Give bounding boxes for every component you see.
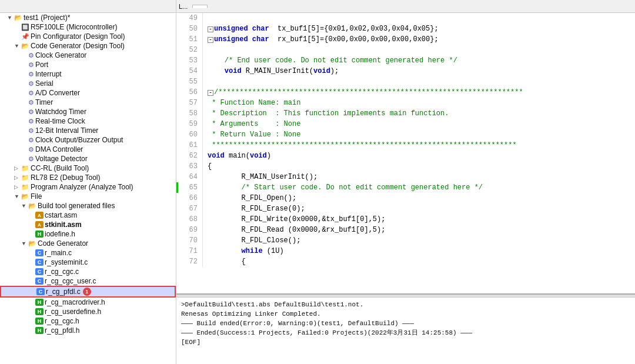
tree-item-code-generator-design[interactable]: ▼📂Code Generator (Design Tool) — [0, 41, 176, 51]
item-label: Watchdog Timer — [35, 108, 86, 116]
line-content: { — [202, 256, 634, 267]
item-icon: A — [35, 212, 44, 219]
tree-item-program-analyzer[interactable]: ▷📁Program Analyzer (Analyze Tool) — [0, 182, 176, 192]
tree-item-microcontroller[interactable]: 🔲R5F100LE (Microcontroller) — [0, 22, 176, 32]
line-content: * Function Name: main — [202, 98, 634, 108]
output-line: >DefaultBuild\test1.abs DefaultBuild\tes… — [181, 300, 630, 309]
toggle-icon[interactable]: ▼ — [14, 43, 21, 49]
tree-container: ▼📂test1 (Project)*🔲R5F100LE (Microcontro… — [0, 13, 176, 335]
tree-item-r-cg-cgc-h[interactable]: Hr_cg_cgc.h — [0, 316, 176, 326]
tree-item-ad-converter[interactable]: ⚙A/D Converter — [0, 88, 176, 98]
code-line: 72 { — [178, 256, 634, 267]
line-content: * Arguments : None — [202, 119, 634, 129]
line-content: -/**************************************… — [202, 87, 634, 98]
line-number: 58 — [178, 108, 203, 119]
item-icon: C — [35, 259, 44, 266]
tree-item-watchdog-timer[interactable]: ⚙Watchdog Timer — [0, 107, 176, 116]
editor-tabs: L... — [176, 0, 635, 13]
line-number: 49 — [178, 13, 203, 24]
code-line: 56-/************************************… — [178, 87, 634, 98]
item-label: r_cg_macrodriver.h — [45, 298, 105, 306]
line-number: 60 — [178, 129, 203, 140]
tree-item-r-cg-userdefine-h[interactable]: Hr_cg_userdefine.h — [0, 307, 176, 316]
tree-item-interrupt[interactable]: ⚙Interrupt — [0, 69, 176, 79]
line-number: 71 — [178, 246, 203, 256]
item-label: Timer — [35, 98, 53, 106]
item-icon: ⚙ — [28, 52, 34, 59]
tree-item-dma-controller[interactable]: ⚙DMA Controller — [0, 145, 176, 154]
item-icon: 📂 — [28, 202, 36, 210]
item-label: iodefine.h — [45, 230, 75, 238]
line-content — [202, 13, 634, 24]
item-icon: H — [35, 318, 44, 325]
output-line: ——— Build ended(Error:0, Warning:0)(test… — [181, 319, 630, 328]
tree-item-rl78-e2[interactable]: ▷📁RL78 E2 (Debug Tool) — [0, 173, 176, 182]
line-content: ****************************************… — [202, 140, 634, 151]
tree-item-r-systeminit-c[interactable]: Cr_systeminit.c — [0, 258, 176, 267]
code-line: 66 R_FDL_Open(); — [178, 193, 634, 203]
item-label: File — [31, 192, 42, 201]
line-content: while (1U) — [202, 246, 634, 256]
line-number: 57 — [178, 98, 203, 108]
tree-item-timer[interactable]: ⚙Timer — [0, 98, 176, 107]
line-content: * Return Value : None — [202, 129, 634, 140]
code-line: 69 R_FDL_Read (0x0000,&rx_buf1[0],5); — [178, 225, 634, 235]
line-number: 68 — [178, 214, 203, 225]
item-label: r_cg_cgc.h — [45, 317, 79, 325]
item-label: cstart.asm — [45, 211, 77, 219]
tree-item-port[interactable]: ⚙Port — [0, 60, 176, 69]
code-line: 55 — [178, 76, 634, 87]
toggle-icon[interactable]: ▼ — [21, 241, 28, 246]
line-content: /* Start user code. Do not edit comment … — [202, 182, 634, 193]
toggle-icon[interactable]: ▼ — [7, 15, 14, 21]
tree-item-voltage-detector[interactable]: ⚙Voltage Detector — [0, 154, 176, 163]
tree-item-file[interactable]: ▼📂File — [0, 192, 176, 201]
tree-item-r-cg-pfdl-c[interactable]: Cr_cg_pfdl.c1 — [0, 286, 176, 298]
file-tree: ▼📂test1 (Project)*🔲R5F100LE (Microcontro… — [0, 0, 176, 364]
item-icon: 📁 — [21, 165, 29, 172]
tree-item-cstart-asm[interactable]: Acstart.asm — [0, 211, 176, 220]
toggle-icon[interactable]: ▷ — [14, 184, 21, 190]
tree-item-r-main-c[interactable]: Cr_main.c — [0, 248, 176, 258]
line-content: void R_MAIN_UserInit(void); — [202, 66, 634, 76]
item-label: A/D Converter — [35, 89, 80, 97]
tree-item-cc-rl[interactable]: ▷📁CC-RL (Build Tool) — [0, 163, 176, 173]
line-number: 69 — [178, 225, 203, 235]
tree-item-stkinit-asm[interactable]: Astkinit.asm — [0, 220, 176, 229]
tree-item-clock-generator[interactable]: ⚙Clock Generator — [0, 51, 176, 60]
tree-item-r-cg-pfdl-h[interactable]: Hr_cg_pfdl.h — [0, 326, 176, 335]
tree-item-iodefine-h[interactable]: Hiodefine.h — [0, 229, 176, 239]
tree-item-12bit-interval[interactable]: ⚙12-Bit Interval Timer — [0, 126, 176, 135]
line-number: 63 — [178, 161, 203, 172]
item-label: DMA Controller — [35, 145, 83, 153]
line-content — [202, 76, 634, 87]
code-line: 59 * Arguments : None — [178, 119, 634, 129]
columns-tab[interactable] — [192, 5, 208, 8]
toggle-icon[interactable]: ▼ — [14, 193, 21, 199]
toggle-icon[interactable]: ▼ — [21, 203, 28, 209]
toggle-icon[interactable]: ▷ — [14, 175, 21, 181]
line-number: 61 — [178, 140, 203, 151]
tree-item-r-cg-cgc-user-c[interactable]: Cr_cg_cgc_user.c — [0, 276, 176, 286]
item-icon: 📂 — [14, 14, 22, 22]
item-icon: ⚙ — [28, 108, 34, 116]
tree-item-build-tool-files[interactable]: ▼📂Build tool generated files — [0, 201, 176, 211]
tree-item-project-root[interactable]: ▼📂test1 (Project)* — [0, 13, 176, 22]
item-icon: ⚙ — [28, 118, 34, 125]
item-icon: 🔲 — [21, 24, 29, 31]
code-content: 4950-unsigned char tx_buf1[5]={0x01,0x02… — [176, 13, 635, 293]
line-number: 50 — [178, 24, 203, 34]
tree-item-r-cg-cgc-c[interactable]: Cr_cg_cgc.c — [0, 267, 176, 276]
tree-item-clock-output[interactable]: ⚙Clock Output/Buzzer Output — [0, 135, 176, 145]
code-line: 54 void R_MAIN_UserInit(void); — [178, 66, 634, 76]
item-icon: ⚙ — [28, 99, 34, 106]
sidebar-header — [0, 0, 176, 13]
toggle-icon[interactable]: ▷ — [14, 165, 21, 171]
tree-item-code-generator-folder[interactable]: ▼📂Code Generator — [0, 239, 176, 248]
tree-item-serial[interactable]: ⚙Serial — [0, 79, 176, 88]
tree-item-realtime-clock[interactable]: ⚙Real-time Clock — [0, 116, 176, 126]
item-icon: H — [35, 231, 44, 238]
tree-item-r-cg-macrodriver-h[interactable]: Hr_cg_macrodriver.h — [0, 298, 176, 307]
tree-item-pin-configurator[interactable]: 📌Pin Configurator (Design Tool) — [0, 32, 176, 41]
line-content: void main(void) — [202, 151, 634, 161]
